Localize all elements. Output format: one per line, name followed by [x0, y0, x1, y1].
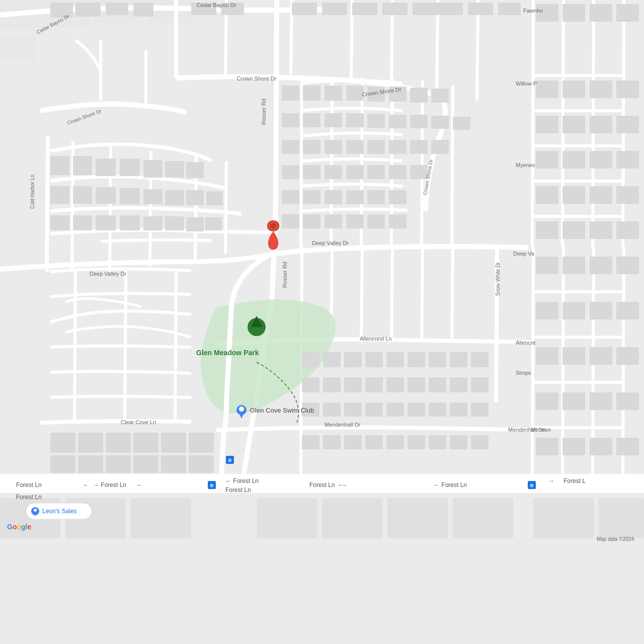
svg-rect-167: [429, 403, 446, 417]
svg-rect-164: [365, 403, 383, 417]
svg-rect-133: [590, 347, 612, 365]
svg-rect-137: [590, 392, 612, 410]
svg-rect-27: [382, 3, 408, 15]
svg-rect-106: [616, 80, 639, 98]
svg-rect-130: [616, 302, 639, 319]
svg-rect-148: [408, 352, 425, 367]
svg-point-231: [239, 407, 244, 412]
svg-text:Snow White Dr: Snow White Dr: [495, 262, 501, 296]
svg-point-247: [34, 509, 37, 512]
svg-rect-85: [389, 165, 407, 179]
svg-text:Myerwo: Myerwo: [516, 162, 535, 168]
svg-rect-51: [143, 216, 163, 230]
svg-text:B: B: [210, 483, 214, 488]
svg-rect-126: [616, 257, 639, 274]
svg-rect-115: [536, 186, 558, 204]
svg-rect-110: [616, 116, 639, 133]
svg-rect-142: [616, 438, 639, 455]
svg-rect-26: [352, 3, 377, 15]
svg-text:Crown Shore Dr: Crown Shore Dr: [237, 75, 277, 82]
svg-text:Fawnho: Fawnho: [523, 8, 543, 14]
svg-text:←: ←: [342, 481, 348, 489]
svg-rect-2: [0, 35, 35, 60]
svg-text:Forest Ln: Forest Ln: [225, 487, 251, 494]
svg-rect-43: [143, 189, 163, 204]
svg-rect-153: [323, 377, 341, 392]
svg-rect-156: [386, 377, 404, 392]
svg-rect-82: [325, 165, 342, 179]
svg-rect-34: [96, 158, 116, 176]
svg-rect-127: [536, 302, 558, 319]
svg-rect-28: [413, 3, 438, 15]
svg-rect-114: [616, 151, 639, 169]
svg-rect-154: [344, 377, 362, 392]
svg-rect-57: [325, 86, 342, 101]
svg-rect-52: [165, 216, 184, 230]
svg-text:Glen Cove Swim Club: Glen Cove Swim Club: [250, 407, 314, 414]
svg-rect-24: [292, 3, 317, 15]
svg-rect-165: [386, 403, 404, 417]
svg-rect-18: [50, 3, 73, 18]
svg-point-242: [270, 223, 276, 229]
svg-text:Deep Valley Dr: Deep Valley Dr: [90, 271, 126, 277]
svg-text:Mendenhall Dr: Mendenhall Dr: [325, 422, 361, 428]
svg-rect-75: [346, 140, 364, 154]
svg-rect-135: [536, 392, 558, 410]
svg-rect-116: [562, 186, 585, 204]
svg-rect-182: [133, 433, 158, 453]
svg-rect-121: [590, 221, 612, 239]
svg-rect-45: [186, 190, 204, 205]
svg-rect-68: [389, 115, 407, 128]
svg-rect-166: [408, 403, 425, 417]
svg-rect-29: [438, 3, 463, 15]
svg-text:Forest Ln: Forest Ln: [16, 481, 42, 489]
svg-rect-96: [346, 214, 364, 228]
svg-rect-176: [429, 435, 446, 449]
svg-text:→: →: [548, 477, 554, 485]
map-container[interactable]: Cedar Bayou Dr Cedar Bayou Dr Crown Shor…: [0, 0, 644, 644]
svg-rect-163: [344, 403, 362, 417]
svg-text:Clear Cove Ln: Clear Cove Ln: [121, 419, 156, 425]
svg-rect-67: [367, 114, 385, 128]
svg-rect-103: [536, 80, 558, 98]
svg-rect-168: [450, 403, 467, 417]
svg-text:→ Forest Ln: → Forest Ln: [93, 481, 126, 489]
svg-rect-174: [386, 435, 404, 449]
svg-rect-169: [471, 403, 489, 417]
svg-rect-134: [616, 347, 639, 365]
svg-rect-36: [143, 160, 163, 178]
svg-rect-113: [590, 151, 612, 169]
svg-rect-81: [303, 165, 320, 179]
svg-rect-141: [590, 438, 612, 455]
svg-text:B: B: [530, 483, 534, 488]
svg-rect-20: [106, 3, 128, 15]
svg-rect-150: [450, 352, 467, 367]
svg-rect-87: [282, 190, 299, 204]
svg-rect-111: [536, 151, 558, 169]
svg-rect-79: [431, 140, 449, 154]
svg-text:Glen Meadow Park: Glen Meadow Park: [196, 349, 259, 357]
svg-rect-89: [325, 190, 342, 204]
svg-rect-54: [205, 217, 222, 230]
svg-rect-112: [562, 151, 585, 169]
svg-rect-158: [429, 377, 446, 392]
svg-text:Forest Ln →: Forest Ln →: [309, 481, 343, 489]
svg-rect-132: [562, 347, 585, 365]
svg-rect-11: [131, 498, 191, 538]
svg-rect-91: [367, 190, 385, 204]
svg-rect-95: [325, 214, 342, 228]
svg-text:B: B: [228, 458, 232, 463]
svg-rect-172: [344, 435, 362, 449]
svg-rect-105: [590, 80, 612, 98]
svg-rect-46: [206, 191, 223, 205]
svg-rect-124: [562, 257, 585, 274]
svg-rect-173: [365, 435, 383, 449]
svg-text:Deep Valley Dr: Deep Valley Dr: [312, 240, 349, 246]
svg-rect-144: [323, 352, 341, 367]
svg-text:← Forest Ln: ← Forest Ln: [225, 477, 259, 485]
svg-rect-140: [562, 438, 585, 455]
svg-rect-160: [471, 377, 489, 392]
svg-text:←: ←: [83, 481, 89, 489]
svg-rect-42: [120, 188, 140, 204]
svg-rect-37: [165, 161, 184, 178]
